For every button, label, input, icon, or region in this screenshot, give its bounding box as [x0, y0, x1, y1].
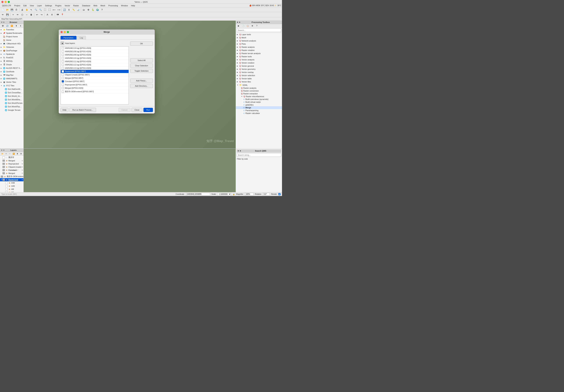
proc-item-raster-misc[interactable]: ▼ Q Raster miscellaneous — [236, 95, 282, 98]
digitize-btn[interactable]: ✏ — [15, 13, 20, 17]
move-btn[interactable]: ↔ — [25, 13, 29, 17]
layer-item-dem-extend[interactable]: ▦ 重庆市-DEM-extend ⧉ — [0, 175, 23, 178]
zoom-prev-btn[interactable]: ⟵ — [52, 8, 56, 12]
menu-database[interactable]: Database — [81, 4, 92, 7]
batch-process-button[interactable]: Run as Batch Process... — [69, 108, 96, 112]
layers-add-btn[interactable]: + — [4, 152, 8, 156]
menu-raster[interactable]: Raster — [72, 4, 80, 7]
layer-visibility[interactable] — [2, 160, 5, 162]
menu-project[interactable]: Project — [13, 4, 22, 7]
layer-item-i49[interactable]: ▦ I49 — [0, 191, 23, 192]
layers-open-btn[interactable]: 📂 — [1, 152, 4, 156]
proc-section-raster-analysis[interactable]: ▶ Q Raster analysis — [236, 45, 282, 49]
proc-item-build-overviews[interactable]: ⚙ Build overviews (pyramids) — [236, 98, 282, 101]
layer-row[interactable]: I49/N34E113.hgt [EPSG:4326] — [61, 47, 129, 50]
proc-history-btn[interactable]: 🕐 — [241, 24, 245, 28]
undo-btn[interactable]: ↩ — [35, 13, 39, 17]
browser-item-favorites[interactable]: ▶ ⭐ Favorites — [0, 28, 23, 31]
layer-visibility[interactable] — [5, 188, 8, 190]
proc-run-btn[interactable]: ▶ — [236, 24, 241, 28]
layer-item-rasterized[interactable]: ▼ ▦ Rasterized ⧉ — [0, 178, 23, 181]
proc-section-vector-selection[interactable]: ▶ Q Vector selection — [236, 74, 282, 77]
refresh-btn[interactable]: 🔄 — [62, 8, 67, 12]
layer-row[interactable]: Clipped (mask) [EPSG:3857] — [61, 73, 129, 76]
browser-item-maptiler[interactable]: ▶ 🗺 MapTiler — [0, 73, 23, 77]
menu-qgis[interactable]: QGIS-LTR — [1, 4, 13, 7]
layer-visibility[interactable] — [2, 169, 5, 171]
browser-refresh-btn[interactable]: 🔄 — [5, 24, 9, 28]
georef-btn[interactable]: 🗺 — [56, 13, 60, 17]
layer-item-merged-1[interactable]: ▦ Merged ⧉ — [0, 159, 23, 162]
proc-item-pansharpening[interactable]: ⚙ Pansharpening — [236, 109, 282, 112]
browser-info-btn[interactable]: ℹ — [19, 24, 23, 28]
minimize-button[interactable] — [5, 1, 7, 3]
browser-item-esri-topo[interactable]: 🌐 Esri.WorldTopoMap — [0, 105, 23, 108]
tab-log[interactable]: Log — [77, 36, 86, 40]
zoom-layer-btn[interactable]: ⛶ — [47, 8, 52, 12]
layer-checkbox-checked[interactable]: ✓ — [62, 80, 64, 83]
layer-checkbox[interactable] — [62, 91, 64, 93]
menu-web[interactable]: Web — [92, 4, 99, 7]
layer-row[interactable]: I49/N35E112.hgt [EPSG:4326] — [61, 63, 129, 67]
browser-item-xyz[interactable]: ▼ ▦ XYZ Tiles — [0, 84, 23, 87]
proc-item-raster-extraction[interactable]: Q Raster extraction — [236, 92, 282, 95]
layers-filter-btn[interactable]: 🔽 — [12, 152, 15, 156]
proc-section-network[interactable]: ▶ Q Network analysis — [236, 39, 282, 42]
pan-btn[interactable]: ✋ — [25, 8, 29, 12]
save-project-btn[interactable]: 💾 — [10, 8, 14, 12]
browser-item-geopackage[interactable]: ▶ 📦 GeoPackage — [0, 49, 23, 52]
stats-btn[interactable]: 📊 — [76, 8, 80, 12]
layer-checkbox[interactable] — [62, 74, 64, 76]
layers-down-btn[interactable]: ⬇ — [19, 152, 23, 156]
browser-item-postgis[interactable]: ▶ 🐘 PostGIS — [0, 56, 23, 59]
vertex-btn[interactable]: ⬡ — [20, 13, 24, 17]
run-button[interactable]: Run — [143, 108, 153, 112]
proc-section-mesh[interactable]: ▶ Q Mesh — [236, 36, 282, 39]
browser-item-esri-terrain[interactable]: 🌐 Esri.WorldTerrain — [0, 101, 23, 105]
layer-item-constant[interactable]: ▦ Constant ✓ ⧉ — [0, 168, 23, 172]
dialog-maximize-btn[interactable] — [67, 31, 69, 33]
browser-item-project-home[interactable]: 🏠 Project Home — [0, 35, 23, 38]
browser-filter-btn[interactable]: 🔽 — [10, 24, 14, 28]
browser-item-esri-ocean[interactable]: 🌐 Esri.OceanBasemap — [0, 91, 23, 94]
layer-row[interactable]: Merged [EPSG:4326] — [61, 86, 129, 90]
select-btn[interactable]: ↖ — [29, 8, 33, 12]
add-files-button[interactable]: Add File(s)... — [130, 79, 153, 83]
browser-item-volumes[interactable]: ▶ 📁 /Volumes — [0, 45, 23, 49]
browser-item-arcgis[interactable]: ▶ 🌐 ArcGIS REST Servers — [0, 66, 23, 70]
redo-btn[interactable]: ↪ — [40, 13, 44, 17]
layer-item-h49[interactable]: ▦ H49 — [0, 184, 23, 188]
layer-visibility[interactable] — [2, 179, 5, 181]
dialog-traffic-lights[interactable] — [61, 31, 69, 33]
layer-item-reprojected[interactable]: ▦ Reprojected ⧉ — [0, 162, 23, 165]
close-button[interactable] — [1, 1, 3, 3]
zoom-full-btn[interactable]: ⛶ — [43, 8, 47, 12]
scale-select[interactable]: 1:16000000 — [217, 193, 231, 196]
menu-mesh[interactable]: Mesh — [99, 4, 107, 7]
layer-checkbox[interactable] — [62, 87, 64, 89]
menu-help[interactable]: Help — [130, 4, 137, 7]
proc-section-plots[interactable]: ▶ Q Plots — [236, 42, 282, 45]
label2-btn[interactable]: A — [50, 13, 54, 17]
zoom-out-btn[interactable]: 🔍 — [38, 8, 42, 12]
layer-row[interactable]: Reprojected [EPSG:3857] — [61, 83, 129, 86]
proc-section-vector-tiles[interactable]: ▶ Q Vector tiles — [236, 80, 282, 83]
toggle-selection-button[interactable]: Toggle Selection — [130, 69, 153, 73]
proc-results-btn[interactable]: 📋 — [246, 24, 250, 28]
proc-item-gdal2tiles[interactable]: ⚙ gdal2tiles — [236, 103, 282, 106]
proc-section-vector-analysis[interactable]: ▶ Q Vector analysis — [236, 58, 282, 61]
layer-visibility[interactable] — [2, 166, 5, 168]
browser-item-geonode[interactable]: ▶ 🌐 GeoNode — [0, 70, 23, 73]
python-btn[interactable]: 🐍 — [91, 8, 95, 12]
layer-checkbox[interactable] — [62, 54, 64, 56]
close-dialog-button[interactable]: Close — [132, 108, 142, 112]
browser-item-oracle[interactable]: ▶ 🗄 Oracle — [0, 63, 23, 66]
proc-item-raster-calc[interactable]: ⚙ Raster calculator — [236, 112, 282, 115]
browser-item-esri-natgeo[interactable]: 🌐 Esri.NatGeoWorldMap — [0, 87, 23, 91]
identify-btn[interactable]: ℹ — [67, 8, 71, 12]
search-qms-input[interactable] — [236, 153, 281, 157]
help-button[interactable]: Help — [61, 108, 69, 112]
back-button[interactable]: ◀ — [61, 42, 64, 45]
clear-selection-button[interactable]: Clear Selection — [130, 64, 153, 68]
edit-mode-btn[interactable]: ✏ — [1, 13, 5, 17]
